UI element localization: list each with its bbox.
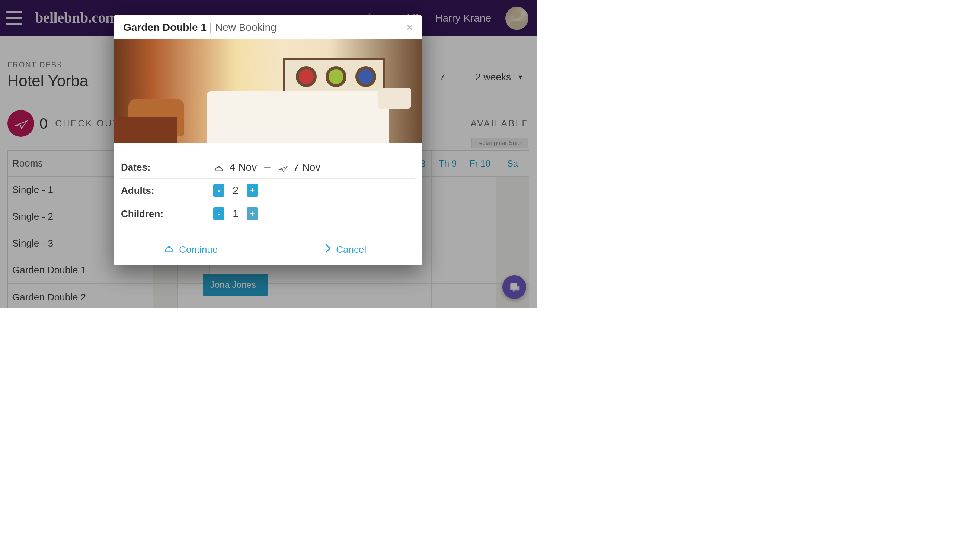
children-plus-button[interactable]: + bbox=[247, 207, 258, 220]
modal-footer: Continue Cancel bbox=[114, 233, 422, 265]
dates-label: Dates: bbox=[121, 162, 213, 173]
modal-header: Garden Double 1 | New Booking × bbox=[114, 15, 422, 39]
bell-icon bbox=[213, 162, 224, 173]
modal-subtitle: New Booking bbox=[215, 22, 276, 33]
airplane-icon bbox=[278, 162, 288, 173]
dates-row: Dates: 4 Nov → 7 Nov bbox=[121, 156, 415, 179]
bell-icon bbox=[163, 244, 174, 255]
adults-minus-button[interactable]: - bbox=[213, 184, 224, 197]
chevron-right-icon bbox=[324, 243, 331, 256]
room-image bbox=[114, 39, 422, 143]
adults-value: 2 bbox=[224, 185, 247, 196]
children-label: Children: bbox=[121, 208, 213, 220]
booking-modal: Garden Double 1 | New Booking × Dates: 4… bbox=[114, 15, 422, 265]
cancel-label: Cancel bbox=[336, 244, 366, 255]
adults-stepper: - 2 + bbox=[213, 184, 258, 197]
close-icon[interactable]: × bbox=[407, 22, 413, 33]
arrow-icon: → bbox=[262, 162, 273, 173]
cancel-button[interactable]: Cancel bbox=[268, 234, 423, 265]
modal-room-name: Garden Double 1 bbox=[123, 22, 207, 33]
modal-title: Garden Double 1 | New Booking bbox=[123, 22, 276, 33]
adults-label: Adults: bbox=[121, 185, 213, 196]
children-minus-button[interactable]: - bbox=[213, 207, 224, 220]
children-stepper: - 1 + bbox=[213, 207, 258, 220]
checkin-date: 4 Nov bbox=[230, 162, 257, 173]
dates-value: 4 Nov → 7 Nov bbox=[213, 162, 320, 173]
children-value: 1 bbox=[224, 208, 247, 220]
children-row: Children: - 1 + bbox=[121, 202, 415, 225]
continue-label: Continue bbox=[179, 244, 218, 255]
adults-plus-button[interactable]: + bbox=[247, 184, 258, 197]
checkout-date: 7 Nov bbox=[293, 162, 320, 173]
adults-row: Adults: - 2 + bbox=[121, 179, 415, 202]
modal-body: Dates: 4 Nov → 7 Nov Adults: - 2 + bbox=[114, 143, 422, 233]
continue-button[interactable]: Continue bbox=[114, 234, 268, 265]
